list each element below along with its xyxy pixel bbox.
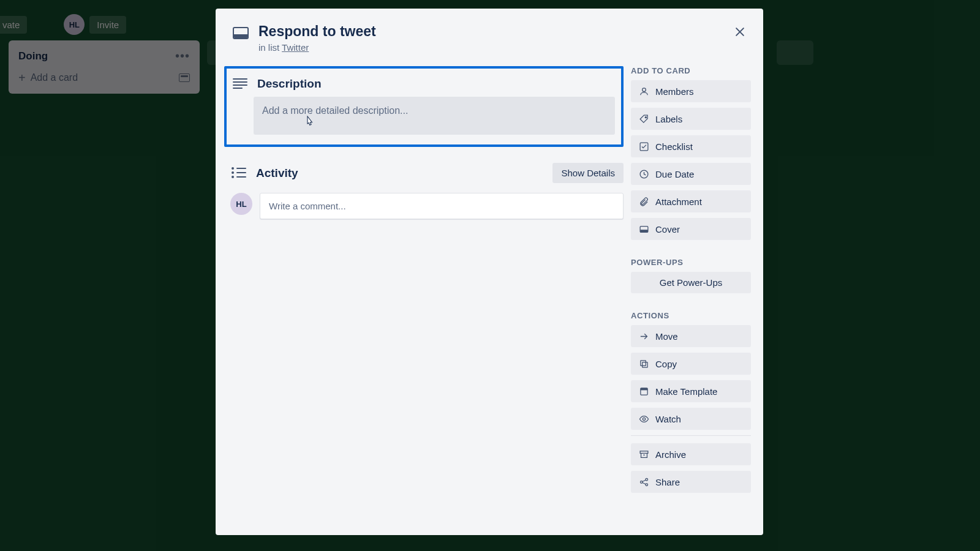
sidebar-item-label: Share: [655, 477, 680, 487]
sidebar-item-label: Attachment: [655, 197, 702, 207]
show-details-button[interactable]: Show Details: [552, 163, 624, 183]
checklist-button[interactable]: Checklist: [631, 135, 751, 157]
close-button[interactable]: [729, 21, 751, 43]
clock-icon: [638, 168, 649, 179]
labels-icon: [638, 113, 649, 124]
svg-rect-9: [640, 388, 647, 390]
sidebar-item-label: Make Template: [655, 386, 717, 397]
cover-icon: [638, 223, 649, 234]
description-section: Description Add a more detailed descript…: [224, 66, 624, 147]
share-button[interactable]: Share: [631, 471, 751, 493]
comment-row: HL Write a comment...: [228, 193, 624, 219]
arrow-right-icon: [638, 331, 649, 342]
description-placeholder: Add a more detailed description...: [262, 105, 408, 116]
description-heading: Description: [257, 77, 322, 91]
activity-heading: Activity: [256, 167, 298, 180]
copy-button[interactable]: Copy: [631, 353, 751, 375]
move-button[interactable]: Move: [631, 325, 751, 347]
sidebar-item-label: Watch: [655, 414, 681, 424]
activity-section-header: Activity Show Details: [228, 163, 624, 183]
power-ups-heading: POWER-UPS: [631, 258, 751, 267]
archive-icon: [638, 449, 649, 460]
share-icon: [638, 476, 649, 487]
card-title[interactable]: Respond to tweet: [258, 23, 376, 40]
card-modal: Respond to tweet in list Twitter Descrip…: [216, 9, 763, 535]
actions-heading: ACTIONS: [631, 311, 751, 320]
avatar[interactable]: HL: [230, 193, 252, 215]
members-button[interactable]: Members: [631, 80, 751, 102]
sidebar-item-label: Labels: [655, 114, 682, 124]
main-column: Description Add a more detailed descript…: [228, 66, 624, 498]
members-icon: [638, 86, 649, 97]
attachment-icon: [638, 196, 649, 207]
pointer-cursor-icon: [304, 115, 315, 129]
template-icon: [638, 386, 649, 397]
sidebar-item-label: Cover: [655, 224, 680, 234]
card-icon: [233, 27, 249, 39]
checklist-icon: [638, 141, 649, 152]
archive-button[interactable]: Archive: [631, 443, 751, 465]
labels-button[interactable]: Labels: [631, 108, 751, 130]
svg-rect-6: [642, 362, 647, 367]
description-input[interactable]: Add a more detailed description...: [254, 97, 615, 135]
make-template-button[interactable]: Make Template: [631, 380, 751, 402]
activity-icon: [232, 167, 246, 179]
attachment-button[interactable]: Attachment: [631, 190, 751, 212]
svg-rect-5: [640, 230, 648, 232]
svg-rect-11: [640, 451, 648, 453]
card-header: Respond to tweet in list Twitter: [228, 18, 751, 53]
divider: [631, 435, 751, 436]
in-list: in list Twitter: [258, 42, 376, 53]
description-icon: [233, 78, 247, 89]
get-power-ups-button[interactable]: Get Power-Ups: [631, 272, 751, 293]
svg-rect-7: [640, 360, 646, 365]
sidebar-item-label: Get Power-Ups: [660, 277, 723, 288]
svg-point-0: [642, 88, 646, 91]
svg-point-1: [645, 116, 646, 118]
add-to-card-heading: ADD TO CARD: [631, 66, 751, 75]
in-list-prefix: in list: [258, 42, 282, 53]
sidebar: ADD TO CARD Members Labels Checklist Due…: [631, 66, 751, 498]
due-date-button[interactable]: Due Date: [631, 163, 751, 185]
comment-input[interactable]: Write a comment...: [260, 193, 624, 219]
sidebar-item-label: Copy: [655, 359, 677, 369]
sidebar-item-label: Members: [655, 86, 694, 97]
svg-point-10: [643, 418, 645, 420]
sidebar-item-label: Due Date: [655, 169, 694, 179]
eye-icon: [638, 413, 649, 424]
copy-icon: [638, 358, 649, 369]
sidebar-item-label: Checklist: [655, 141, 693, 152]
in-list-link[interactable]: Twitter: [282, 42, 309, 53]
watch-button[interactable]: Watch: [631, 408, 751, 430]
sidebar-item-label: Archive: [655, 449, 686, 460]
sidebar-item-label: Move: [655, 331, 678, 342]
cover-button[interactable]: Cover: [631, 218, 751, 240]
